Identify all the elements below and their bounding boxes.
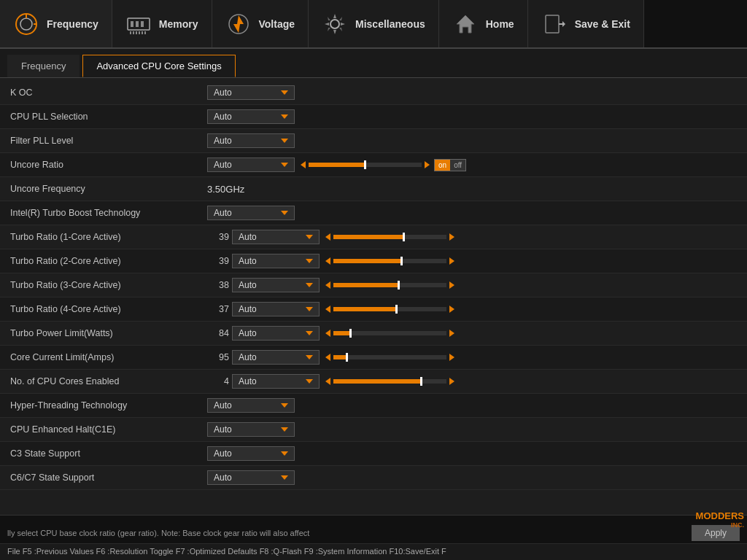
slider-right-arrow[interactable] (449, 306, 454, 313)
setting-dropdown[interactable]: Auto (207, 133, 295, 148)
setting-dropdown[interactable]: Auto (207, 109, 295, 124)
voltage-icon (225, 11, 252, 37)
dropdown-value: Auto (239, 352, 301, 362)
slider-thumb[interactable] (349, 329, 352, 338)
slider-left-arrow[interactable] (325, 281, 330, 289)
setting-dropdown[interactable]: Auto (207, 422, 295, 437)
tab-advanced-cpu[interactable]: Advanced CPU Core Settings (82, 55, 235, 77)
slider-thumb[interactable] (395, 305, 398, 314)
slider-thumb[interactable] (400, 257, 403, 265)
slider-track[interactable] (333, 235, 446, 239)
home-icon (452, 11, 479, 37)
setting-label: Uncore Frequency (10, 184, 207, 194)
svg-rect-5 (131, 21, 133, 27)
slider-track[interactable] (309, 163, 422, 167)
slider-left-arrow[interactable] (325, 378, 330, 385)
setting-row: Intel(R) Turbo Boost TechnologyAuto (0, 201, 747, 225)
slider-track[interactable] (333, 379, 446, 384)
nav-item-memory[interactable]: Memory (112, 0, 212, 47)
slider-track[interactable] (333, 307, 446, 311)
setting-dropdown[interactable]: Auto (232, 254, 320, 268)
dropdown-value: Auto (214, 112, 276, 122)
toggle-button[interactable]: onoff (434, 159, 466, 171)
dropdown-arrow-icon (281, 475, 288, 480)
setting-dropdown[interactable]: Auto (207, 85, 295, 100)
svg-marker-15 (233, 15, 244, 33)
nav-label-miscellaneous: Miscellaneous (355, 18, 425, 30)
slider-right-arrow[interactable] (449, 257, 454, 265)
slider-right-arrow[interactable] (449, 378, 454, 385)
slider-right-arrow[interactable] (425, 161, 430, 168)
dropdown-value: Auto (214, 472, 276, 483)
setting-dropdown[interactable]: Auto (207, 398, 295, 413)
setting-dropdown[interactable]: Auto (232, 374, 320, 389)
slider-left-arrow[interactable] (325, 306, 330, 313)
setting-value-num: 84 (207, 328, 229, 338)
slider-left-arrow[interactable] (325, 330, 330, 337)
nav-label-voltage: Voltage (259, 18, 295, 30)
nav-item-frequency[interactable]: Frequency (0, 0, 112, 47)
setting-label: Core Current Limit(Amps) (10, 352, 207, 362)
slider-left-arrow[interactable] (325, 233, 330, 241)
tab-bar: Frequency Advanced CPU Core Settings (0, 49, 747, 78)
slider-thumb[interactable] (420, 377, 422, 386)
setting-dropdown[interactable]: Auto (232, 230, 320, 244)
setting-row: K OCAuto (0, 81, 747, 105)
slider-thumb[interactable] (398, 281, 400, 289)
nav-item-voltage[interactable]: Voltage (212, 0, 309, 47)
dropdown-value: Auto (214, 88, 276, 98)
setting-row: C6/C7 State SupportAuto (0, 466, 747, 490)
nav-item-save-exit[interactable]: Save & Exit (528, 0, 644, 47)
slider-fill (333, 235, 403, 239)
setting-label: C6/C7 State Support (10, 472, 207, 483)
dropdown-arrow-icon (306, 259, 313, 263)
setting-row: C3 State SupportAuto (0, 442, 747, 466)
slider-right-arrow[interactable] (449, 281, 454, 289)
setting-label: C3 State Support (10, 448, 207, 459)
nav-label-home: Home (486, 18, 514, 30)
memory-icon (125, 11, 152, 37)
slider-container (325, 281, 454, 289)
misc-icon (322, 11, 348, 37)
tab-frequency[interactable]: Frequency (7, 55, 80, 77)
apply-row: lly select CPU base clock ratio (gear ra… (0, 523, 747, 543)
settings-area: K OCAutoCPU PLL SelectionAutoFilter PLL … (0, 78, 747, 515)
slider-track[interactable] (333, 355, 446, 359)
setting-dropdown[interactable]: Auto (207, 206, 295, 220)
nav-item-miscellaneous[interactable]: Miscellaneous (309, 0, 439, 47)
dropdown-arrow-icon (306, 379, 313, 384)
setting-dropdown[interactable]: Auto (207, 470, 295, 485)
slider-left-arrow[interactable] (325, 257, 330, 265)
hint-text: lly select CPU base clock ratio (gear ra… (7, 529, 684, 537)
slider-track[interactable] (333, 259, 446, 263)
setting-dropdown[interactable]: Auto (207, 158, 295, 172)
slider-track[interactable] (333, 331, 446, 335)
setting-dropdown[interactable]: Auto (232, 326, 320, 341)
setting-dropdown[interactable]: Auto (207, 446, 295, 461)
slider-left-arrow[interactable] (301, 161, 306, 168)
slider-thumb[interactable] (364, 160, 366, 169)
nav-label-save-exit: Save & Exit (575, 18, 630, 30)
setting-label: Turbo Ratio (2-Core Active) (10, 256, 207, 266)
slider-right-arrow[interactable] (449, 330, 454, 337)
slider-thumb[interactable] (403, 233, 405, 241)
nav-item-home[interactable]: Home (439, 0, 528, 47)
frequency-icon (13, 11, 39, 37)
dropdown-arrow-icon (306, 235, 313, 239)
setting-row: CPU PLL SelectionAuto (0, 105, 747, 129)
slider-fill (333, 331, 350, 335)
slider-right-arrow[interactable] (449, 233, 454, 241)
dropdown-arrow-icon (281, 427, 288, 432)
toggle-on: on (435, 160, 450, 171)
slider-left-arrow[interactable] (325, 354, 330, 361)
setting-dropdown[interactable]: Auto (232, 302, 320, 316)
slider-right-arrow[interactable] (449, 354, 454, 361)
dropdown-arrow-icon (281, 139, 288, 143)
setting-dropdown[interactable]: Auto (232, 350, 320, 365)
dropdown-arrow-icon (281, 211, 288, 215)
setting-label: Intel(R) Turbo Boost Technology (10, 208, 207, 218)
setting-dropdown[interactable]: Auto (232, 278, 320, 292)
slider-track[interactable] (333, 283, 446, 287)
slider-thumb[interactable] (346, 353, 348, 362)
bottom-bar: lly select CPU base clock ratio (gear ra… (0, 515, 747, 559)
